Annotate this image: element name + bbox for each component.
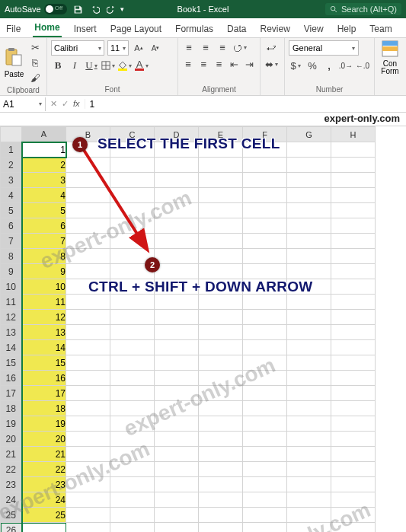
cell[interactable] xyxy=(155,203,199,218)
cell[interactable] xyxy=(66,218,110,234)
cell[interactable] xyxy=(155,416,199,432)
cell[interactable] xyxy=(199,203,243,218)
cell[interactable] xyxy=(243,279,287,295)
table-row[interactable]: 1616 xyxy=(1,371,376,386)
cut-icon[interactable]: ✂ xyxy=(28,40,42,54)
cell[interactable] xyxy=(110,447,155,462)
cell[interactable]: 16 xyxy=(22,371,66,386)
row-header[interactable]: 24 xyxy=(1,492,22,508)
save-icon[interactable] xyxy=(73,4,84,14)
worksheet-grid[interactable]: A B C D E F G H 112233445566778899101011… xyxy=(0,126,406,532)
cell[interactable] xyxy=(66,508,110,523)
cell[interactable] xyxy=(110,386,155,401)
number-format-select[interactable]: General▾ xyxy=(289,40,359,56)
table-row[interactable]: 11 xyxy=(1,142,376,158)
cell[interactable] xyxy=(199,432,243,447)
cell[interactable] xyxy=(66,386,110,401)
cell[interactable] xyxy=(66,477,110,492)
cell[interactable] xyxy=(243,264,287,279)
cell[interactable]: 13 xyxy=(22,325,66,340)
tab-page-layout[interactable]: Page Layout xyxy=(109,21,163,37)
col-header-a[interactable]: A xyxy=(22,127,66,142)
cell[interactable]: 3 xyxy=(22,173,66,188)
cell[interactable] xyxy=(331,371,376,386)
row-header[interactable]: 17 xyxy=(1,386,22,401)
cell[interactable] xyxy=(199,295,243,310)
fill-color-button[interactable]: ◇▾ xyxy=(118,59,132,72)
row-header[interactable]: 5 xyxy=(1,203,22,218)
redo-icon[interactable] xyxy=(107,4,117,14)
row-header[interactable]: 26 xyxy=(1,523,22,533)
cell[interactable] xyxy=(243,462,287,477)
row-header[interactable]: 3 xyxy=(1,173,22,188)
cell[interactable] xyxy=(287,447,331,462)
cell[interactable] xyxy=(331,234,376,249)
table-row[interactable]: 2222 xyxy=(1,462,376,477)
cell[interactable] xyxy=(155,508,199,523)
cell[interactable] xyxy=(155,523,199,533)
cell[interactable]: 14 xyxy=(22,340,66,355)
cell[interactable] xyxy=(155,477,199,492)
cell[interactable]: 10 xyxy=(22,279,66,295)
cell[interactable]: 17 xyxy=(22,386,66,401)
cell[interactable] xyxy=(199,401,243,416)
cell[interactable] xyxy=(287,416,331,432)
borders-button[interactable]: ▾ xyxy=(101,59,115,72)
table-row[interactable]: 1515 xyxy=(1,355,376,371)
cell[interactable] xyxy=(287,158,331,173)
col-header-f[interactable]: F xyxy=(243,127,287,142)
col-header-g[interactable]: G xyxy=(287,127,331,142)
cell[interactable] xyxy=(110,508,155,523)
cell[interactable] xyxy=(243,416,287,432)
cell[interactable] xyxy=(243,203,287,218)
cell[interactable] xyxy=(287,295,331,310)
row-header[interactable]: 16 xyxy=(1,371,22,386)
cell[interactable]: 9 xyxy=(22,264,66,279)
cell[interactable] xyxy=(287,234,331,249)
cell[interactable] xyxy=(331,142,376,158)
cell[interactable] xyxy=(199,325,243,340)
cell[interactable] xyxy=(110,432,155,447)
cell[interactable] xyxy=(287,279,331,295)
cell[interactable] xyxy=(199,477,243,492)
cell[interactable] xyxy=(331,279,376,295)
cell[interactable] xyxy=(155,492,199,508)
cell[interactable] xyxy=(243,371,287,386)
cell[interactable]: 20 xyxy=(22,432,66,447)
cell[interactable]: 21 xyxy=(22,447,66,462)
cell[interactable] xyxy=(199,492,243,508)
row-header[interactable]: 8 xyxy=(1,249,22,264)
cell[interactable] xyxy=(66,310,110,325)
row-header[interactable]: 13 xyxy=(1,325,22,340)
cell[interactable]: 19 xyxy=(22,416,66,432)
row-header[interactable]: 7 xyxy=(1,234,22,249)
cell[interactable] xyxy=(331,355,376,371)
wrap-text-icon[interactable]: ⮐ xyxy=(264,40,278,54)
cell[interactable] xyxy=(243,295,287,310)
align-middle-icon[interactable]: ≡ xyxy=(199,40,213,54)
comma-format-icon[interactable]: , xyxy=(322,59,336,72)
cell[interactable] xyxy=(287,264,331,279)
decrease-font-icon[interactable]: A▾ xyxy=(149,41,162,55)
cell[interactable] xyxy=(243,310,287,325)
cell[interactable] xyxy=(243,386,287,401)
col-header-b[interactable]: B xyxy=(66,127,110,142)
cell[interactable] xyxy=(22,523,66,533)
cell[interactable] xyxy=(243,249,287,264)
cell[interactable]: 2 xyxy=(22,158,66,173)
row-header[interactable]: 4 xyxy=(1,188,22,203)
cell[interactable] xyxy=(155,234,199,249)
cell[interactable] xyxy=(66,462,110,477)
table-row[interactable]: 2121 xyxy=(1,447,376,462)
cell[interactable] xyxy=(199,142,243,158)
cell[interactable] xyxy=(66,249,110,264)
row-header[interactable]: 18 xyxy=(1,401,22,416)
cell[interactable]: 7 xyxy=(22,234,66,249)
table-row[interactable]: 1313 xyxy=(1,325,376,340)
table-row[interactable]: 33 xyxy=(1,173,376,188)
cell[interactable] xyxy=(66,264,110,279)
cell[interactable] xyxy=(66,340,110,355)
tab-view[interactable]: View xyxy=(302,21,325,37)
table-row[interactable]: 99 xyxy=(1,264,376,279)
cell[interactable] xyxy=(66,523,110,533)
